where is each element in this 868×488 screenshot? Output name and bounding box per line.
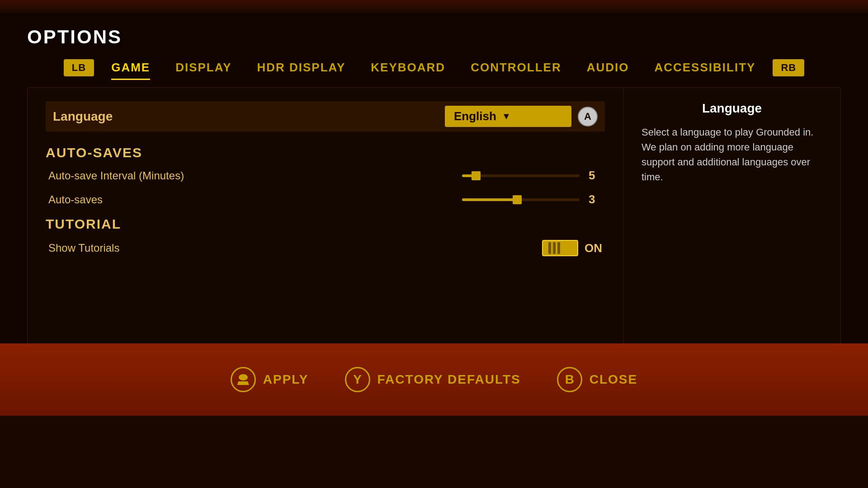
info-title: Language <box>642 101 822 116</box>
tab-audio[interactable]: AUDIO <box>574 57 642 78</box>
factory-defaults-action[interactable]: Y FACTORY DEFAULTS <box>345 367 521 392</box>
close-action[interactable]: B CLOSE <box>557 367 637 392</box>
ls-symbol <box>237 374 249 385</box>
info-panel: Language Select a language to play Groun… <box>623 88 840 353</box>
top-bar <box>0 0 868 13</box>
content-area: Language English ▼ A AUTO-SAVES Auto-sav… <box>27 87 841 354</box>
language-value: English <box>454 109 496 123</box>
tab-display[interactable]: DISPLAY <box>163 57 244 78</box>
toggle-stripe-1 <box>548 242 551 254</box>
autosaves-count-slider[interactable] <box>462 198 580 201</box>
autosave-interval-label: Auto-save Interval (Minutes) <box>48 169 462 182</box>
factory-defaults-label: FACTORY DEFAULTS <box>377 372 521 387</box>
apply-label: APPLY <box>263 372 309 387</box>
autosaves-count-row: Auto-saves 3 <box>46 192 605 206</box>
tab-accessibility[interactable]: ACCESSIBILITY <box>642 57 768 78</box>
toggle-stripe-2 <box>553 242 556 254</box>
tab-game[interactable]: GAME <box>99 57 163 78</box>
tab-controller[interactable]: CONTROLLER <box>458 57 574 78</box>
tab-keyboard[interactable]: KEYBOARD <box>358 57 458 78</box>
toggle-handle <box>565 242 576 254</box>
autosave-interval-slider[interactable] <box>462 174 580 177</box>
a-button[interactable]: A <box>578 107 598 127</box>
dropdown-arrow-icon: ▼ <box>502 111 511 122</box>
autosaves-count-thumb[interactable] <box>513 195 522 204</box>
info-description: Select a language to play Grounded in. W… <box>642 125 822 184</box>
toggle-visual[interactable] <box>542 240 578 256</box>
toggle-stripes <box>548 242 560 254</box>
show-tutorials-label: Show Tutorials <box>48 242 542 254</box>
y-button-icon: Y <box>345 367 370 392</box>
header: OPTIONS <box>0 13 868 48</box>
close-label: CLOSE <box>590 372 637 387</box>
ls-button-icon <box>231 367 256 392</box>
autosaves-count-fill <box>462 198 521 201</box>
tab-navigation: LB GAME DISPLAY HDR DISPLAY KEYBOARD CON… <box>0 48 868 78</box>
ls-top <box>239 374 248 380</box>
show-tutorials-toggle[interactable]: ON <box>542 240 602 256</box>
autosaves-count-value: 3 <box>589 192 602 206</box>
tutorial-header: TUTORIAL <box>46 216 605 232</box>
show-tutorials-row: Show Tutorials ON <box>46 240 605 256</box>
autosave-interval-row: Auto-save Interval (Minutes) 5 <box>46 169 605 183</box>
b-button-icon: B <box>557 367 582 392</box>
tab-hdr-display[interactable]: HDR DISPLAY <box>244 57 358 78</box>
bottom-bar: APPLY Y FACTORY DEFAULTS B CLOSE <box>0 343 868 416</box>
toggle-stripe-3 <box>557 242 560 254</box>
autosave-interval-thumb[interactable] <box>472 171 481 180</box>
page-title: OPTIONS <box>27 26 122 47</box>
ls-bottom <box>237 381 249 385</box>
autosaves-count-label: Auto-saves <box>48 193 462 206</box>
autosaves-header: AUTO-SAVES <box>46 145 605 160</box>
language-dropdown[interactable]: English ▼ <box>445 106 571 127</box>
left-bumper[interactable]: LB <box>64 59 94 76</box>
right-bumper[interactable]: RB <box>773 59 804 76</box>
language-row: Language English ▼ A <box>46 101 605 131</box>
autosave-interval-value: 5 <box>589 169 602 183</box>
language-label: Language <box>53 109 445 124</box>
apply-action[interactable]: APPLY <box>231 367 309 392</box>
toggle-state-label: ON <box>585 241 602 255</box>
settings-panel: Language English ▼ A AUTO-SAVES Auto-sav… <box>28 88 623 353</box>
main-background: OPTIONS LB GAME DISPLAY HDR DISPLAY KEYB… <box>0 13 868 416</box>
